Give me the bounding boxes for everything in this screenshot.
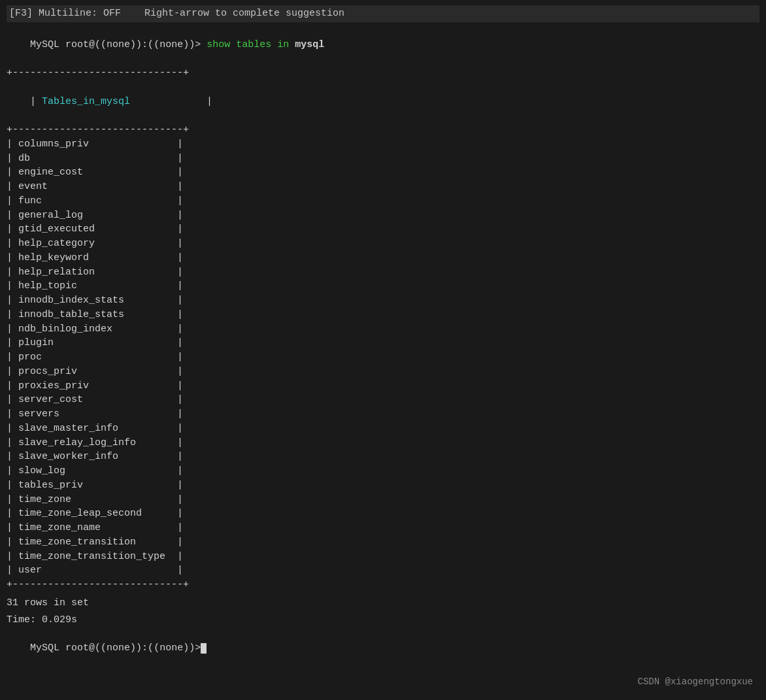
table-row: | time_zone_transition_type | — [7, 550, 759, 564]
prompt-none2: (none) — [154, 39, 189, 50]
table-row: | time_zone_name | — [7, 521, 759, 535]
command-db: mysql — [295, 39, 324, 50]
table-header-row: | Tables_in_mysql | — [7, 80, 759, 123]
table-row: | time_zone_leap_second | — [7, 507, 759, 521]
prompt-user: MySQL root@ — [30, 39, 95, 50]
command-line: MySQL root@((none)):((none))> show table… — [7, 24, 759, 66]
table-row: | servers | — [7, 407, 759, 422]
table-top-border: +-----------------------------+ — [7, 66, 759, 80]
table-row: | help_category | — [7, 237, 759, 251]
table-header-text: Tables_in_mysql — [42, 96, 207, 107]
cursor — [201, 643, 207, 654]
table-row: | general_log | — [7, 208, 759, 223]
watermark: CSDN @xiaogengtongxue — [638, 676, 753, 687]
table-row: | time_zone | — [7, 493, 759, 507]
table-row: | columns_priv | — [7, 137, 759, 152]
table-row: | slave_worker_info | — [7, 450, 759, 464]
table-row: | help_keyword | — [7, 251, 759, 265]
table-row: | time_zone_transition | — [7, 535, 759, 550]
f3-bar: [F3] Multiline: OFF Right-arrow to compl… — [7, 5, 759, 22]
table-row: | db | — [7, 152, 759, 166]
time-info: Time: 0.029s — [7, 613, 759, 627]
table-row: | proc | — [7, 350, 759, 365]
terminal: [F3] Multiline: OFF Right-arrow to compl… — [0, 0, 766, 700]
command-keyword: show tables in — [201, 39, 295, 50]
table-bottom-border: +-----------------------------+ — [7, 578, 759, 592]
table-row: | ndb_binlog_index | — [7, 322, 759, 337]
table-rows: | columns_priv || db || engine_cost || e… — [7, 137, 759, 578]
table-row: | slave_master_info | — [7, 422, 759, 436]
table-row: | procs_priv | — [7, 365, 759, 379]
row-count: 31 rows in set — [7, 596, 759, 610]
prompt-line: MySQL root@((none)):((none))> — [7, 627, 759, 669]
table-header-separator: +-----------------------------+ — [7, 123, 759, 137]
table-row: | innodb_index_stats | — [7, 293, 759, 308]
table-row: | server_cost | — [7, 393, 759, 407]
table-row: | proxies_priv | — [7, 379, 759, 393]
table-row: | help_topic | — [7, 279, 759, 293]
table-row: | func | — [7, 194, 759, 208]
table-row: | engine_cost | — [7, 165, 759, 180]
table-row: | user | — [7, 563, 759, 578]
table-row: | help_relation | — [7, 265, 759, 280]
table-row: | slave_relay_log_info | — [7, 436, 759, 450]
prompt-none1: (none) — [101, 39, 136, 50]
table-row: | slow_log | — [7, 464, 759, 478]
table-row: | event | — [7, 180, 759, 194]
table-row: | gtid_executed | — [7, 222, 759, 237]
table-row: | plugin | — [7, 336, 759, 350]
table-row: | tables_priv | — [7, 478, 759, 493]
table-row: | innodb_table_stats | — [7, 308, 759, 322]
